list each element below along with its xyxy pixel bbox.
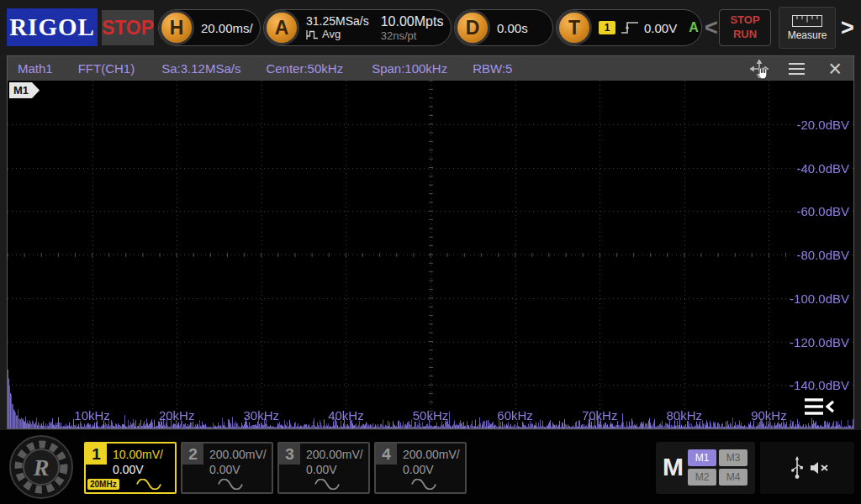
rigol-logo-text: RIGOL	[9, 13, 95, 41]
stop-run-line1: STOP	[730, 13, 759, 28]
y-axis-label: -100.0dBV	[790, 291, 849, 305]
fft-sample-rate-label[interactable]: Sa:3.12MSa/s	[161, 61, 240, 76]
channel-1-number: 1	[86, 444, 107, 465]
trigger-slope-icon	[621, 19, 639, 36]
sample-rate-value: 31.25MSa/s	[306, 14, 369, 28]
trigger-letter: T	[568, 17, 580, 39]
math-button-m3[interactable]: M3	[719, 449, 747, 466]
acquisition-state-indicator[interactable]: STOP	[102, 10, 154, 45]
fft-window-controls: ×	[750, 60, 853, 78]
stop-run-button[interactable]: STOP RUN	[719, 9, 771, 46]
math-button-m1[interactable]: M1	[688, 449, 716, 466]
toolbar-scroll-right-icon[interactable]: >	[841, 15, 854, 40]
y-axis-label: -120.0dBV	[790, 334, 849, 349]
fft-graph-area[interactable]: M1 -20.0dBV-40.0dBV-60.0dBV-80.0dBV-100.…	[8, 81, 853, 428]
delay-letter: D	[466, 17, 480, 39]
usb-icon	[790, 456, 804, 480]
trigger-settings-button[interactable]: T 1 0.00V A	[556, 9, 702, 46]
horizontal-letter: H	[170, 17, 184, 39]
delay-value: 0.00s	[497, 21, 528, 35]
delay-settings-button[interactable]: D 0.00s	[454, 9, 553, 46]
math-panel: M M1M3M2M4	[656, 442, 755, 494]
toolbar-scroll-left-icon[interactable]: <	[705, 15, 718, 40]
trigger-source-badge: 1	[599, 21, 615, 34]
avg-waveform-icon	[306, 29, 319, 40]
math-button-m2[interactable]: M2	[688, 469, 716, 486]
x-axis-label: 10kHz	[74, 408, 110, 423]
timebase-value: 20.00ms/	[201, 21, 253, 35]
acquisition-state-text: STOP	[102, 17, 154, 39]
measure-button[interactable]: Measure	[779, 7, 836, 49]
acquire-icon: A	[264, 10, 299, 45]
sine-wave-icon	[218, 479, 243, 490]
channel-1-scale: 10.00mV/	[113, 448, 163, 461]
channel-3-offset: 0.00V	[306, 463, 337, 476]
trigger-sweep-mode: A	[689, 20, 699, 35]
y-axis-label: -20.0dBV	[796, 117, 849, 131]
fft-span-label[interactable]: Span:100kHz	[372, 61, 447, 76]
y-axis-label: -60.0dBV	[796, 204, 849, 218]
oscilloscope-screen: RIGOL STOP H 20.00ms/ A 31.25MSa/s Avg	[0, 0, 861, 504]
channel-1-bandwidth-badge: 20MHz	[87, 479, 119, 490]
svg-text:R: R	[33, 454, 50, 480]
horizontal-icon: H	[159, 10, 194, 45]
speaker-mute-icon[interactable]	[809, 459, 831, 476]
x-axis-label: 20kHz	[159, 408, 195, 423]
trigger-icon: T	[557, 10, 592, 45]
window-menu-icon[interactable]	[789, 63, 805, 75]
ruler-icon	[792, 15, 822, 27]
fft-center-label[interactable]: Center:50kHz	[266, 61, 343, 76]
channel-1-button[interactable]: 1 10.00mV/ 0.00V 20MHz	[84, 442, 177, 494]
window-close-icon[interactable]: ×	[828, 60, 842, 77]
channel-4-button[interactable]: 4 200.00mV/ 0.00V	[374, 442, 467, 494]
stop-run-line2: RUN	[733, 28, 757, 42]
x-axis-label: 60kHz	[497, 408, 533, 423]
fft-window-title[interactable]: Math1	[18, 61, 53, 76]
channel-1-offset: 0.00V	[113, 463, 144, 476]
x-axis-label: 80kHz	[667, 408, 703, 423]
acquire-letter: A	[275, 17, 289, 39]
fft-spectrum-canvas[interactable]	[8, 81, 853, 428]
x-axis-label: 50kHz	[413, 408, 449, 423]
mouse-cursor-hand-icon	[757, 66, 769, 80]
channel-2-offset: 0.00V	[209, 463, 240, 476]
window-move-icon[interactable]	[750, 60, 769, 78]
x-axis-label: 70kHz	[582, 408, 618, 423]
acquire-mode-label: Avg	[322, 29, 341, 41]
acquire-right-column: 10.00Mpts 32ns/pt	[381, 13, 444, 43]
channel-2-button[interactable]: 2 200.00mV/ 0.00V	[181, 442, 273, 494]
y-axis-label: -80.0dBV	[796, 248, 849, 262]
math-buttons-group: M1M3M2M4	[688, 449, 750, 486]
bottom-channel-bar: R 1 10.00mV/ 0.00V 20MHz 2 200.00mV/ 0.0…	[0, 430, 861, 504]
fft-window: Math1 FFT(CH1) Sa:3.12MSa/s Center:50kHz…	[7, 55, 854, 429]
memory-depth-value: 10.00Mpts	[381, 13, 444, 29]
top-status-bar: RIGOL STOP H 20.00ms/ A 31.25MSa/s Avg	[0, 0, 861, 55]
fft-operation-label[interactable]: FFT(CH1)	[78, 61, 135, 76]
channel-2-scale: 200.00mV/	[209, 448, 267, 461]
x-axis-label: 30kHz	[244, 408, 280, 423]
fft-rbw-label[interactable]: RBW:5	[473, 61, 512, 76]
sample-interval-value: 32ns/pt	[381, 29, 444, 43]
rigol-gear-logo-button[interactable]: R	[8, 434, 74, 500]
fft-window-header[interactable]: Math1 FFT(CH1) Sa:3.12MSa/s Center:50kHz…	[8, 56, 853, 81]
acquire-left-column: 31.25MSa/s Avg	[306, 14, 369, 40]
trigger-level-value: 0.00V	[644, 21, 677, 35]
acquire-mode: Avg	[306, 29, 369, 41]
delay-icon: D	[455, 10, 490, 45]
sine-wave-icon	[136, 479, 161, 490]
acquisition-settings-button[interactable]: A 31.25MSa/s Avg 10.00Mpts 32ns/pt	[263, 9, 452, 46]
x-axis-label: 40kHz	[328, 408, 364, 423]
sine-wave-icon	[411, 479, 436, 490]
channel-4-offset: 0.00V	[403, 463, 434, 476]
math-button-m4[interactable]: M4	[719, 469, 747, 486]
x-axis-label: 90kHz	[751, 408, 787, 423]
sine-wave-icon	[314, 479, 340, 490]
y-axis-label: -40.0dBV	[796, 160, 849, 175]
channel-4-number: 4	[376, 444, 397, 465]
horizontal-settings-button[interactable]: H 20.00ms/	[158, 9, 261, 46]
graph-collapsed-menu-icon[interactable]	[805, 396, 835, 417]
channel-3-number: 3	[279, 444, 300, 465]
channel-3-button[interactable]: 3 200.00mV/ 0.00V	[277, 442, 370, 494]
measure-label: Measure	[788, 29, 827, 41]
math-panel-label: M	[663, 453, 684, 481]
